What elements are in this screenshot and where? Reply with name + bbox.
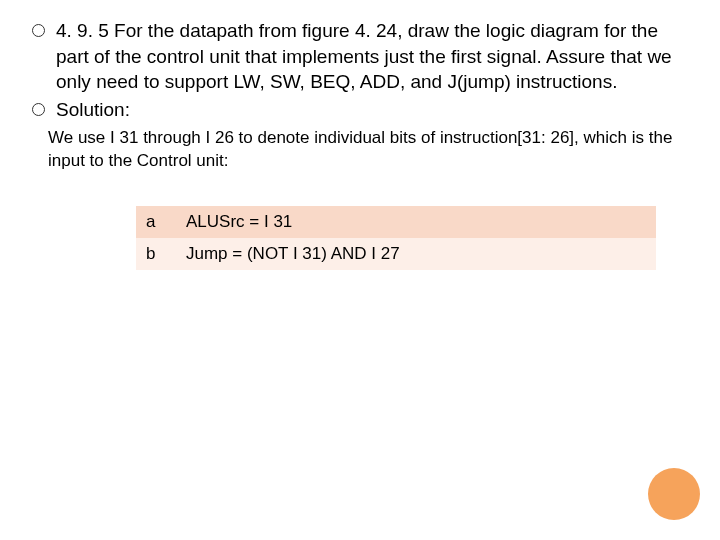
problem-text: 4. 9. 5 For the datapath from figure 4. … — [56, 20, 672, 92]
table-row: b Jump = (NOT I 31) AND I 27 — [136, 238, 656, 270]
row-label-a: a — [136, 206, 176, 238]
decorative-circle — [648, 468, 700, 520]
row-value-a: ALUSrc = I 31 — [176, 206, 656, 238]
bullet-list: 4. 9. 5 For the datapath from figure 4. … — [30, 18, 690, 123]
solution-label: Solution: — [56, 99, 130, 120]
bullet-item-problem: 4. 9. 5 For the datapath from figure 4. … — [30, 18, 690, 95]
solution-description: We use I 31 through I 26 to denote indiv… — [30, 127, 690, 173]
bullet-item-solution: Solution: — [30, 97, 690, 123]
row-label-b: b — [136, 238, 176, 270]
slide-content: 4. 9. 5 For the datapath from figure 4. … — [0, 0, 720, 270]
table-row: a ALUSrc = I 31 — [136, 206, 656, 238]
answer-table: a ALUSrc = I 31 b Jump = (NOT I 31) AND … — [136, 206, 656, 270]
answer-table-wrap: a ALUSrc = I 31 b Jump = (NOT I 31) AND … — [30, 206, 690, 270]
row-value-b: Jump = (NOT I 31) AND I 27 — [176, 238, 656, 270]
